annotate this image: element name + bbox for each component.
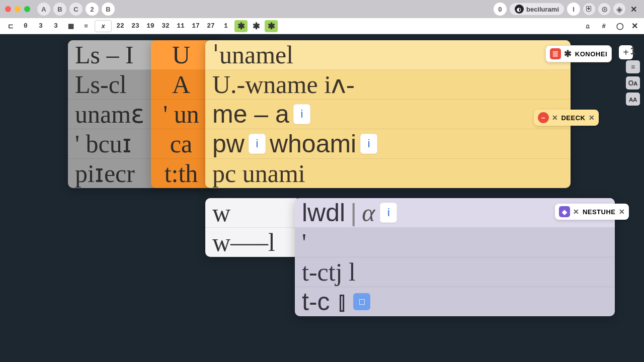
nesture-logo-icon: ◆ [559,206,570,217]
close-icon[interactable]: ✕ [573,208,580,216]
tool-list[interactable]: ≡ [79,20,93,32]
tag-nesture-label: NESTUНE [583,208,616,216]
info-chip-icon[interactable]: i [380,203,397,223]
white-row-1[interactable]: w [205,198,301,228]
maximize-window-button[interactable] [24,6,30,12]
toolbar-close-icon[interactable]: ✕ [629,21,640,31]
info-chip-icon[interactable]: i [360,134,377,154]
toolbar: ⊏ 0 3 3 ▦ ≡ x 22 23 19 32 11 17 27 1 ✱ ✱… [0,18,644,34]
tab-b[interactable]: B [53,3,66,16]
shield-icon[interactable]: ⛨ [583,3,595,15]
diamond-icon[interactable]: ◈ [613,3,625,15]
square-stop-icon[interactable]: □ [353,293,370,310]
yellow-row-4[interactable]: pw i whoami i [205,129,571,159]
tool-shape[interactable]: ⊏ [4,20,17,32]
info-i-button[interactable]: I [567,3,580,16]
yellow-row-1[interactable]: ˈunamel [205,40,571,70]
tool-n27[interactable]: 27 [204,20,217,32]
orange-row-5[interactable]: t:th [151,159,211,188]
tool-help-icon[interactable]: ◯ [613,20,626,32]
tool-n22[interactable]: 22 [114,20,127,32]
minimize-window-button[interactable] [15,6,21,12]
tag-deeck[interactable]: − ✕ DEECK ✕ [534,110,599,126]
traffic-lights [5,6,30,12]
globe-icon[interactable]: ⊛ [598,3,610,15]
tool-grid[interactable]: ▦ [64,20,77,32]
tool-n19[interactable]: 19 [144,20,157,32]
tab-c[interactable]: C [69,3,83,16]
tool-dropdown[interactable]: x [95,20,112,32]
dock-counter[interactable]: 1 [626,44,640,57]
tool-3a[interactable]: 3 [34,20,47,32]
tool-n17[interactable]: 17 [189,20,202,32]
yellow-row-2[interactable]: U.-wname iᴧ- [205,70,571,100]
close-icon[interactable]: ✕ [619,208,625,216]
window-titlebar: A B C 2 B 0 ◐ becilurami I ⛨ ⊛ ◈ ✕ [0,0,644,18]
tag-konohei-label: KONOHEI [575,50,607,58]
tool-3b[interactable]: 3 [49,20,62,32]
tool-hash-icon[interactable]: # [597,20,610,32]
lavender-row-4-text: t-c ⫿ [302,289,349,314]
konohei-logo-icon: ☰ [550,48,561,59]
tool-n32[interactable]: 32 [159,20,172,32]
tag-konohei[interactable]: ☰ ✱ KONOHEI [545,45,612,62]
tool-n1[interactable]: 1 [219,20,232,32]
dock-menu-icon[interactable]: ≡ [626,60,640,73]
tab-a[interactable]: A [37,3,50,16]
tool-star-green-2[interactable]: ✱ [265,20,278,32]
avatar-icon: ◐ [515,5,524,14]
orange-row-2[interactable]: A [151,70,211,100]
yellow-row-4-text-a: pw [212,131,245,156]
yellow-row-5[interactable]: pc unami [205,159,571,188]
lavender-row-3[interactable]: t-ctj l [295,257,615,287]
panel-yellow[interactable]: ˈunamel U.-wname iᴧ- me – a i pw i whoam… [205,40,571,188]
orange-row-3[interactable]: ' un [151,100,211,129]
tag-deeck-label: DEECK [561,114,585,122]
orange-row-1[interactable]: U [151,40,211,70]
close-icon[interactable]: ✕ [552,114,558,122]
canvas: Ls – I Ls-cl unamɛ ' bcuɪ piɪecr U A ' u… [0,34,644,362]
tab-b2[interactable]: B [102,3,115,16]
orange-row-4[interactable]: ca [151,129,211,159]
panel-white[interactable]: w w—–l [205,198,301,257]
yellow-row-3-text: me – a [212,102,289,127]
account-chip[interactable]: ◐ becilurami [510,3,564,15]
lavender-head-text: lwdl [302,200,345,225]
dock-aa-icon[interactable]: ᴀᴀ [626,93,640,106]
tool-0[interactable]: 0 [19,20,32,32]
close-window-button[interactable] [5,6,11,12]
info-chip-icon[interactable]: i [293,104,310,124]
panel-orange[interactable]: U A ' un ca t:th [151,40,211,188]
account-name: becilurami [526,6,559,13]
counter-zero[interactable]: 0 [494,3,507,16]
lavender-row-4[interactable]: t-c ⫿ □ [295,287,615,316]
tool-star-plain[interactable]: ✱ [250,20,263,32]
tool-star-green-1[interactable]: ✱ [234,20,248,32]
yellow-row-4-text-b: whoami [270,131,356,156]
asterisk-icon: ✱ [564,48,572,59]
tool-n23[interactable]: 23 [129,20,142,32]
tool-n11[interactable]: 11 [174,20,187,32]
info-chip-icon[interactable]: i [249,134,266,154]
close-icon[interactable]: ✕ [589,114,595,122]
alpha-icon[interactable]: α [362,200,375,225]
white-row-2[interactable]: w—–l [205,228,301,257]
tool-bell-icon[interactable]: ⩍ [581,20,594,32]
right-dock: 1 ≡ Oᴀ ᴀᴀ [626,44,640,106]
tag-nesture[interactable]: ◆ ✕ NESTUНE ✕ [555,204,629,220]
close-icon[interactable]: ✕ [628,5,639,14]
dock-oa-icon[interactable]: Oᴀ [626,76,640,89]
yellow-row-3[interactable]: me – a i [205,100,571,129]
tab-2[interactable]: 2 [86,3,99,16]
lavender-row-2[interactable]: ' [295,228,615,257]
deeck-logo-icon: − [538,112,549,123]
